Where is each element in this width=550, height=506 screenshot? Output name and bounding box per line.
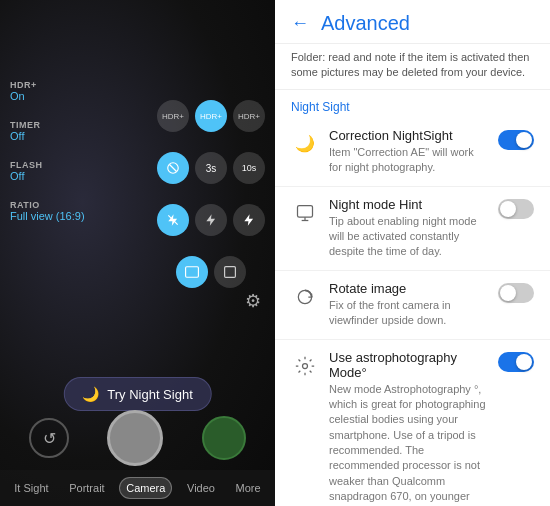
timer-label: TIMER <box>10 120 85 130</box>
correction-desc: Item "Correction AE" will work for night… <box>329 145 488 176</box>
night-hint-toggle-container[interactable] <box>498 199 534 219</box>
top-description: Folder: read and note if the item is act… <box>275 44 550 90</box>
flash-on-icon[interactable] <box>233 204 265 236</box>
timer-10s-icon[interactable]: 10s <box>233 152 265 184</box>
night-sight-label: Try Night Sight <box>107 387 193 402</box>
nav-item-portrait[interactable]: Portrait <box>63 478 110 498</box>
mode-button[interactable] <box>202 416 246 460</box>
shutter-button[interactable] <box>107 410 163 466</box>
flash-label: FLASH <box>10 160 85 170</box>
rotate-desc: Fix of the front camera in viewfinder up… <box>329 298 488 329</box>
timer-value: Off <box>10 130 85 142</box>
night-hint-text: Night mode Hint Tip about enabling night… <box>329 197 488 260</box>
svg-point-9 <box>303 363 308 368</box>
rotate-name: Rotate image <box>329 281 488 296</box>
night-hint-name: Night mode Hint <box>329 197 488 212</box>
flash-auto-icon[interactable] <box>195 204 227 236</box>
nav-item-camera[interactable]: Camera <box>119 477 172 499</box>
hdr-icon-group[interactable]: HDR+ HDR+ HDR+ <box>157 100 265 132</box>
night-mode-hint-item: Night mode Hint Tip about enabling night… <box>275 187 550 271</box>
correction-toggle-container[interactable] <box>498 130 534 150</box>
nav-item-video[interactable]: Video <box>181 478 221 498</box>
svg-rect-5 <box>298 205 313 217</box>
hdr-control: HDR+ On <box>10 80 85 102</box>
correction-name: Correction NightSight <box>329 128 488 143</box>
rotate-text: Rotate image Fix of the front camera in … <box>329 281 488 329</box>
hdr-value: On <box>10 90 85 102</box>
nav-item-night-sight[interactable]: It Sight <box>8 478 54 498</box>
night-hint-icon <box>291 199 319 227</box>
rotate-toggle[interactable] <box>498 283 534 303</box>
correction-toggle-knob <box>516 132 532 148</box>
rotate-image-item: Rotate image Fix of the front camera in … <box>275 271 550 340</box>
ratio-label: RATIO <box>10 200 85 210</box>
rotate-button[interactable]: ↺ <box>29 418 69 458</box>
night-sight-button[interactable]: 🌙 Try Night Sight <box>63 377 212 411</box>
flash-value: Off <box>10 170 85 182</box>
moon-icon: 🌙 <box>82 386 99 402</box>
astro-icon <box>291 352 319 380</box>
night-sight-section-header: Night Sight <box>275 90 550 118</box>
timer-3s-icon[interactable]: 3s <box>195 152 227 184</box>
settings-header: ← Advanced <box>275 0 550 44</box>
no-timer-icon[interactable] <box>157 152 189 184</box>
gear-icon[interactable]: ⚙ <box>245 290 261 312</box>
ratio-value: Full view (16:9) <box>10 210 85 222</box>
svg-rect-4 <box>225 267 236 278</box>
astro-toggle-knob <box>516 354 532 370</box>
top-icon-controls: HDR+ HDR+ HDR+ 3s 10s <box>157 100 265 288</box>
night-hint-desc: Tip about enabling night mode will be ac… <box>329 214 488 260</box>
correction-nightsight-item: 🌙 Correction NightSight Item "Correction… <box>275 118 550 187</box>
astro-text: Use astrophotography Mode° New mode Astr… <box>329 350 488 506</box>
ratio-full-icon[interactable] <box>176 256 208 288</box>
ratio-square-icon[interactable] <box>214 256 246 288</box>
bottom-nav: It Sight Portrait Camera Video More <box>0 470 275 506</box>
correction-text: Correction NightSight Item "Correction A… <box>329 128 488 176</box>
night-hint-toggle[interactable] <box>498 199 534 219</box>
timer-control: TIMER Off <box>10 120 85 142</box>
camera-panel: HDR+ On TIMER Off FLASH Off RATIO Full v… <box>0 0 275 506</box>
hdr-icon[interactable]: HDR+ <box>157 100 189 132</box>
rotate-toggle-container[interactable] <box>498 283 534 303</box>
nav-item-more[interactable]: More <box>230 478 267 498</box>
correction-toggle[interactable] <box>498 130 534 150</box>
svg-rect-3 <box>186 267 199 278</box>
rotate-icon <box>291 283 319 311</box>
astro-desc: New mode Astrophotography °, which is gr… <box>329 382 488 506</box>
settings-content: Folder: read and note if the item is act… <box>275 44 550 506</box>
astro-toggle[interactable] <box>498 352 534 372</box>
bottom-camera-controls: ↺ <box>0 410 275 466</box>
flash-icon-group[interactable] <box>157 204 265 236</box>
ratio-control: RATIO Full view (16:9) <box>10 200 85 222</box>
flash-off-icon[interactable] <box>157 204 189 236</box>
astro-name: Use astrophotography Mode° <box>329 350 488 380</box>
flash-control: FLASH Off <box>10 160 85 182</box>
back-button[interactable]: ← <box>291 13 309 34</box>
astro-toggle-container[interactable] <box>498 352 534 372</box>
settings-panel: ← Advanced Folder: read and note if the … <box>275 0 550 506</box>
svg-line-1 <box>170 165 177 172</box>
hdr-plus-icon[interactable]: HDR+ <box>233 100 265 132</box>
settings-title: Advanced <box>321 12 410 35</box>
camera-controls: HDR+ On TIMER Off FLASH Off RATIO Full v… <box>10 80 85 222</box>
correction-icon: 🌙 <box>291 130 319 158</box>
rotate-toggle-knob <box>500 285 516 301</box>
astrophotography-item: Use astrophotography Mode° New mode Astr… <box>275 340 550 506</box>
night-hint-toggle-knob <box>500 201 516 217</box>
timer-icon-group[interactable]: 3s 10s <box>157 152 265 184</box>
hdr-active-icon[interactable]: HDR+ <box>195 100 227 132</box>
hdr-label: HDR+ <box>10 80 85 90</box>
ratio-icon-group[interactable] <box>176 256 246 288</box>
